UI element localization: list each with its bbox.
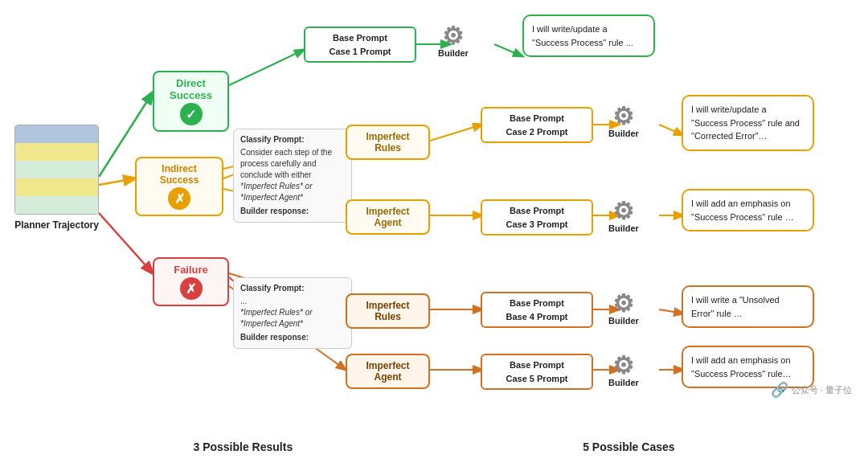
gear-icon-case3: ⚙ bbox=[612, 199, 634, 223]
imperfect-rules-failure-label: ImperfectRules bbox=[366, 300, 409, 322]
classify-box-indirect: Classify Prompt: Consider each step of t… bbox=[233, 129, 352, 223]
indirect-success-label: IndirectSuccess bbox=[160, 163, 199, 186]
imperfect-agent-indirect-label: ImperfectAgent bbox=[366, 206, 409, 228]
builder-gear-case5: ⚙ Builder bbox=[608, 354, 639, 387]
gear-icon-case5: ⚙ bbox=[612, 354, 634, 378]
case2-prompt-line2: Case 2 Prompt bbox=[490, 125, 583, 139]
classify-body-indirect: Consider each step of the process carefu… bbox=[240, 147, 345, 181]
failure-check-icon: ✗ bbox=[180, 277, 203, 300]
builder-label-case2: Builder bbox=[608, 129, 639, 138]
bottom-label-left: 3 Possible Results bbox=[193, 440, 293, 453]
bottom-label-right: 5 Possible Cases bbox=[583, 440, 674, 453]
output-base4-text: I will write a "UnsolvedError" rule … bbox=[691, 295, 780, 318]
classify-body-failure: ... bbox=[240, 296, 345, 307]
svg-line-13 bbox=[659, 125, 683, 135]
builder-gear-case3: ⚙ Builder bbox=[608, 199, 639, 233]
case3-prompt-line1: Base Prompt bbox=[490, 204, 583, 218]
gear-icon-case2: ⚙ bbox=[612, 104, 634, 129]
output-case2-text: I will write/update a"Success Process" r… bbox=[691, 104, 800, 141]
builder-label-base4: Builder bbox=[608, 316, 639, 326]
output-case3: I will add an emphasis on"Success Proces… bbox=[682, 189, 814, 231]
base4-prompt-line1: Base Prompt bbox=[490, 297, 583, 310]
svg-line-9 bbox=[430, 125, 482, 141]
classify-builder-indirect: Builder response: bbox=[240, 206, 345, 217]
indirect-check-icon: ✗ bbox=[168, 187, 190, 210]
classify-box-failure: Classify Prompt: ... *Imperfect Rules* o… bbox=[233, 277, 352, 349]
planner-row-1 bbox=[15, 125, 98, 143]
imperfect-rules-indirect: ImperfectRules bbox=[346, 125, 430, 160]
output-case5-text: I will add an emphasis on"Success Proces… bbox=[691, 355, 792, 379]
output-case2: I will write/update a"Success Process" r… bbox=[682, 95, 814, 151]
gear-icon-case1: ⚙ bbox=[442, 24, 464, 48]
diagram: Planner Trajectory DirectSuccess ✓ Indir… bbox=[0, 0, 868, 434]
planner-rows bbox=[14, 125, 99, 215]
watermark: 🔗 公众号 · 量子位 bbox=[771, 381, 852, 399]
case1-prompt-box: Base Prompt Case 1 Prompt bbox=[304, 27, 416, 63]
base4-prompt-line2: Base 4 Prompt bbox=[490, 310, 583, 324]
result-failure: Failure ✗ bbox=[153, 257, 229, 306]
planner-row-4 bbox=[15, 178, 98, 196]
planner-label: Planner Trajectory bbox=[14, 219, 99, 232]
imperfect-agent-failure: ImperfectAgent bbox=[346, 354, 430, 389]
failure-label: Failure bbox=[174, 264, 208, 276]
builder-label-case5: Builder bbox=[608, 378, 639, 387]
imperfect-rules-indirect-label: ImperfectRules bbox=[366, 131, 409, 154]
output-case1-text: I will write/update a "Success Process" … bbox=[532, 24, 633, 47]
case5-prompt-line2: Case 5 Prompt bbox=[490, 372, 583, 386]
result-indirect: IndirectSuccess ✗ bbox=[135, 157, 223, 216]
case1-prompt-line2: Case 1 Prompt bbox=[313, 45, 407, 59]
svg-line-1 bbox=[99, 178, 135, 185]
imperfect-rules-failure: ImperfectRules bbox=[346, 293, 430, 329]
gear-icon-base4: ⚙ bbox=[612, 292, 634, 316]
watermark-text: 公众号 · 量子位 bbox=[792, 384, 852, 396]
builder-gear-base4: ⚙ Builder bbox=[608, 292, 639, 326]
classify-options-failure: *Imperfect Rules* or*Imperfect Agent* bbox=[240, 307, 345, 330]
base4-prompt-box: Base Prompt Base 4 Prompt bbox=[481, 292, 593, 328]
svg-line-22 bbox=[659, 309, 683, 313]
result-direct: DirectSuccess ✓ bbox=[153, 71, 229, 132]
classify-options-indirect: *Imperfect Rules* or*Imperfect Agent* bbox=[240, 181, 345, 203]
bottom-labels: 3 Possible Results 5 Possible Cases bbox=[0, 434, 868, 460]
imperfect-agent-indirect: ImperfectAgent bbox=[346, 199, 430, 235]
svg-line-5 bbox=[494, 44, 522, 56]
classify-builder-failure: Builder response: bbox=[240, 332, 345, 343]
watermark-icon: 🔗 bbox=[771, 381, 788, 399]
svg-line-2 bbox=[99, 213, 153, 273]
imperfect-agent-failure-label: ImperfectAgent bbox=[366, 360, 409, 383]
output-base4: I will write a "UnsolvedError" rule … bbox=[682, 285, 814, 328]
builder-gear-case2: ⚙ Builder bbox=[608, 104, 639, 138]
builder-gear-case1: ⚙ Builder bbox=[438, 24, 469, 58]
case2-prompt-line1: Base Prompt bbox=[490, 112, 583, 125]
output-case1: I will write/update a "Success Process" … bbox=[522, 14, 655, 57]
planner-row-5 bbox=[15, 196, 98, 214]
direct-check-icon: ✓ bbox=[180, 103, 203, 125]
builder-label-case1: Builder bbox=[438, 48, 469, 58]
planner-row-2 bbox=[15, 143, 98, 161]
case3-prompt-line2: Case 3 Prompt bbox=[490, 218, 583, 231]
case5-prompt-line1: Base Prompt bbox=[490, 358, 583, 372]
case3-prompt-box: Base Prompt Case 3 Prompt bbox=[481, 199, 593, 236]
case2-prompt-box: Base Prompt Case 2 Prompt bbox=[481, 107, 593, 143]
output-case3-text: I will add an emphasis on"Success Proces… bbox=[691, 199, 794, 222]
classify-title-failure: Classify Prompt: bbox=[240, 283, 345, 294]
builder-label-case3: Builder bbox=[608, 223, 639, 233]
planner-row-3 bbox=[15, 161, 98, 178]
direct-success-label: DirectSuccess bbox=[170, 77, 212, 101]
case5-prompt-box: Base Prompt Case 5 Prompt bbox=[481, 354, 593, 390]
svg-line-3 bbox=[229, 50, 304, 85]
planner-trajectory: Planner Trajectory bbox=[14, 125, 99, 232]
case1-prompt-line1: Base Prompt bbox=[313, 31, 407, 45]
classify-title-indirect: Classify Prompt: bbox=[240, 134, 345, 145]
